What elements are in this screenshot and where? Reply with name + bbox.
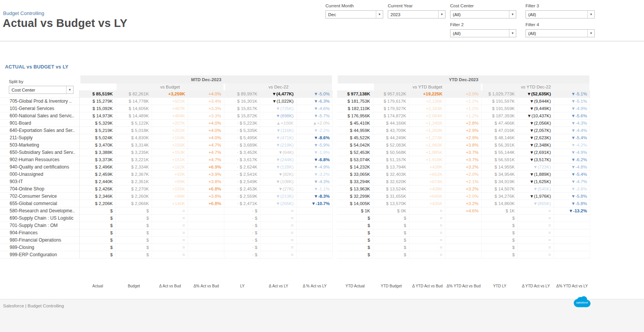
- table-cell[interactable]: $ 2,367K: [116, 171, 152, 178]
- table-cell[interactable]: +487K: [152, 105, 188, 112]
- table-cell[interactable]: $ 0K: [373, 207, 409, 215]
- table-cell[interactable]: $: [80, 251, 116, 259]
- table-cell[interactable]: ▼(725K): [260, 105, 297, 112]
- table-cell[interactable]: · $: [224, 237, 260, 244]
- total-cell[interactable]: ▼-5.1%: [554, 90, 590, 98]
- table-cell[interactable]: ▼-5.7%: [297, 112, 333, 120]
- table-cell[interactable]: [445, 244, 482, 251]
- table-cell[interactable]: ▼-5.8%: [554, 200, 590, 207]
- table-cell[interactable]: [445, 215, 482, 222]
- table-cell[interactable]: $ 13,794K: [373, 163, 409, 171]
- table-cell[interactable]: +3.2%: [445, 185, 482, 193]
- table-cell[interactable]: $ 2,440K: [80, 178, 116, 185]
- table-cell[interactable]: $ 4,830K: [116, 134, 152, 142]
- table-cell[interactable]: =: [409, 237, 445, 244]
- table-cell[interactable]: · $ 2,549K: [224, 178, 260, 185]
- filter-4-select[interactable]: (All) ▼: [526, 29, 595, 37]
- table-cell[interactable]: $ 5,122K: [116, 120, 152, 127]
- table-cell[interactable]: ▼-10.7%: [297, 200, 333, 207]
- table-cell[interactable]: $ 179,617K: [373, 98, 409, 105]
- table-cell[interactable]: $ 191,559K: [482, 105, 518, 112]
- total-cell[interactable]: +19,225K: [409, 90, 445, 98]
- table-cell[interactable]: ▼(1,976K): [518, 193, 554, 200]
- table-cell[interactable]: ▼-4.9%: [554, 149, 590, 156]
- table-cell[interactable]: =: [260, 222, 297, 229]
- table-cell[interactable]: $: [482, 215, 518, 222]
- row-label[interactable]: 503-Marketing: [0, 142, 80, 149]
- table-cell[interactable]: ▼-4.8%: [554, 163, 590, 171]
- table-cell[interactable]: [554, 251, 590, 259]
- table-cell[interactable]: [297, 244, 333, 251]
- table-cell[interactable]: $ 54,042K: [337, 142, 373, 149]
- table-cell[interactable]: $ 3,373K: [80, 156, 116, 163]
- table-cell[interactable]: ▼-3.2%: [297, 171, 333, 178]
- table-cell[interactable]: $ 2,459K: [80, 171, 116, 178]
- table-cell[interactable]: +3.2%: [445, 200, 482, 207]
- table-cell[interactable]: ▼-6.2%: [554, 156, 590, 163]
- row-label[interactable]: 904-Finances: [0, 229, 80, 237]
- table-cell[interactable]: $ 174,872K: [373, 112, 409, 120]
- table-cell[interactable]: =: [518, 251, 554, 259]
- table-cell[interactable]: $: [116, 222, 152, 229]
- table-cell[interactable]: =: [152, 251, 188, 259]
- table-cell[interactable]: +645K: [409, 193, 445, 200]
- table-cell[interactable]: · $ 2,453K: [224, 185, 260, 193]
- table-cell[interactable]: $ 14,507K: [482, 185, 518, 193]
- table-cell[interactable]: ▼(2,057K): [518, 127, 554, 134]
- table-cell[interactable]: · $: [224, 215, 260, 222]
- table-cell[interactable]: [297, 222, 333, 229]
- table-cell[interactable]: $: [116, 215, 152, 222]
- table-cell[interactable]: +3.8%: [188, 178, 224, 185]
- current-month-select[interactable]: Dec ▼: [325, 10, 383, 18]
- row-label[interactable]: 705-Global Prod & Inventory ..: [0, 98, 80, 105]
- table-cell[interactable]: ▼-4.9%: [297, 163, 333, 171]
- table-cell[interactable]: =: [409, 215, 445, 222]
- table-cell[interactable]: [445, 229, 482, 237]
- row-label[interactable]: 902-Human Ressources: [0, 156, 80, 163]
- table-cell[interactable]: $ 13,524K: [373, 185, 409, 193]
- table-cell[interactable]: $: [482, 251, 518, 259]
- table-cell[interactable]: $ 55,144K: [482, 149, 518, 156]
- row-label[interactable]: 989-Closing: [0, 244, 80, 251]
- chevron-down-icon[interactable]: ▼: [376, 11, 383, 18]
- table-cell[interactable]: $ 2,066K: [116, 200, 152, 207]
- row-label[interactable]: 701-Supply Chain : OM: [0, 222, 80, 229]
- table-cell[interactable]: · $ 5,223K: [224, 120, 260, 127]
- table-cell[interactable]: $ 187,393K: [482, 112, 518, 120]
- table-cell[interactable]: $: [373, 251, 409, 259]
- table-cell[interactable]: ▲+2.0%: [297, 120, 333, 127]
- table-cell[interactable]: +151K: [152, 156, 188, 163]
- table-cell[interactable]: $ 5,219K: [80, 127, 116, 134]
- table-cell[interactable]: +1,250K: [409, 127, 445, 134]
- total-cell[interactable]: +3,259K: [152, 90, 188, 98]
- table-cell[interactable]: $: [337, 229, 373, 237]
- table-cell[interactable]: $ 15,279K: [80, 98, 116, 105]
- table-cell[interactable]: +3.2%: [445, 163, 482, 171]
- table-cell[interactable]: $ 2,496K: [80, 163, 116, 171]
- table-cell[interactable]: $: [80, 229, 116, 237]
- table-cell[interactable]: +1.2%: [445, 105, 482, 112]
- table-cell[interactable]: · $ 3,452K: [224, 149, 260, 156]
- table-cell[interactable]: $ 32,620K: [373, 178, 409, 185]
- table-cell[interactable]: ▼-4.9%: [554, 105, 590, 112]
- table-cell[interactable]: +156K: [152, 142, 188, 149]
- table-cell[interactable]: [554, 229, 590, 237]
- total-cell[interactable]: $ 1,029,773K: [482, 90, 518, 98]
- table-cell[interactable]: $: [482, 229, 518, 237]
- table-cell[interactable]: $ 3,314K: [116, 142, 152, 149]
- table-cell[interactable]: =: [409, 222, 445, 229]
- table-cell[interactable]: ▼(9,449K): [518, 105, 554, 112]
- table-cell[interactable]: $ 32,403K: [373, 171, 409, 178]
- total-cell[interactable]: ▼-5.0%: [297, 90, 333, 98]
- table-cell[interactable]: +3.8%: [188, 193, 224, 200]
- table-cell[interactable]: [188, 237, 224, 244]
- table-cell[interactable]: +2.1%: [445, 178, 482, 185]
- table-cell[interactable]: $ 2,346K: [80, 193, 116, 200]
- table-cell[interactable]: $ 1K: [337, 207, 373, 215]
- table-cell[interactable]: +140K: [152, 200, 188, 207]
- table-cell[interactable]: $ 14,005K: [337, 200, 373, 207]
- table-cell[interactable]: =: [152, 215, 188, 222]
- table-cell[interactable]: $ 2,351K: [116, 178, 152, 185]
- row-label[interactable]: 000-Unassigned: [0, 171, 80, 178]
- table-cell[interactable]: +3.3%: [188, 105, 224, 112]
